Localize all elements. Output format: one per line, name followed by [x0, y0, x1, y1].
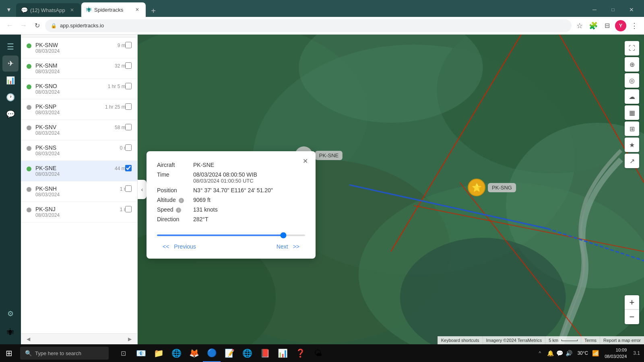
map-star-btn[interactable]: ★: [625, 138, 639, 152]
popup-prev-btn[interactable]: Previous: [171, 242, 198, 251]
footer-report[interactable]: Report a map error: [600, 336, 644, 344]
browser-menu-btn[interactable]: ⋮: [629, 20, 640, 31]
aircraft-item-pk-snw[interactable]: PK-SNW 08/03/2024 9 mins: [21, 38, 137, 58]
map-layers-btn[interactable]: ⊞: [625, 121, 639, 136]
altitude-info-icon[interactable]: i: [179, 198, 184, 203]
url-bar[interactable]: 🔒 app.spidertracks.io: [45, 19, 572, 32]
sidebar-toggle[interactable]: ‹: [138, 180, 147, 199]
map-fullscreen-btn[interactable]: ⛶: [625, 41, 639, 56]
popup-prev-arrows-btn[interactable]: <<: [161, 242, 171, 251]
panel-scroll-top[interactable]: [21, 35, 137, 38]
footer-keyboard-shortcuts[interactable]: Keyboard shortcuts: [438, 336, 483, 344]
map-location-btn[interactable]: ◎: [625, 73, 639, 88]
aircraft-item-pk-sns[interactable]: PK-SNS 08/03/2024 0 min: [21, 140, 137, 161]
sidebar-item-analytics[interactable]: 📊: [2, 72, 19, 88]
tray-volume-icon[interactable]: 🔊: [566, 350, 572, 356]
info-pk-snj: PK-SNJ 08/03/2024: [35, 206, 120, 218]
taskbar-app-word[interactable]: 📝: [221, 344, 238, 362]
whatsapp-tab-close[interactable]: ✕: [68, 6, 76, 14]
tray-clock[interactable]: 10:09 08/03/2024: [601, 347, 630, 360]
aircraft-item-pk-snh[interactable]: PK-SNH 08/03/2024 1 min: [21, 181, 137, 202]
tray-notification-icon[interactable]: 🔔: [547, 350, 554, 356]
checkbox-pk-sno[interactable]: [125, 83, 132, 89]
close-btn[interactable]: ✕: [622, 3, 641, 16]
new-tab-btn[interactable]: +: [147, 5, 159, 17]
checkbox-pk-snv[interactable]: [125, 124, 132, 130]
sidebar-item-history[interactable]: 🕐: [2, 89, 19, 105]
dot-pk-sno: [27, 84, 31, 89]
tray-chat-icon[interactable]: 💬: [556, 350, 563, 356]
taskbar-app-chrome2[interactable]: 🌐: [238, 344, 256, 362]
popup-next-arrows-btn[interactable]: >>: [291, 242, 301, 251]
maximize-btn[interactable]: □: [604, 3, 622, 16]
checkbox-pk-snm[interactable]: [125, 62, 132, 69]
popup-close-btn[interactable]: ✕: [300, 156, 310, 166]
checkbox-pk-snp[interactable]: [125, 103, 132, 110]
aircraft-item-pk-snm[interactable]: PK-SNM 08/03/2024 32 mins: [21, 58, 137, 79]
tab-spidertracks[interactable]: 🕷 Spidertracks ✕: [81, 2, 146, 17]
taskbar-app-files[interactable]: 📁: [150, 344, 167, 362]
checkbox-pk-sne[interactable]: [125, 165, 132, 171]
lock-icon: 🔒: [51, 23, 57, 29]
checkbox-pk-snw[interactable]: [125, 42, 132, 48]
speed-info-icon[interactable]: i: [176, 208, 181, 213]
taskbar-search-bar[interactable]: 🔍 Type here to search: [20, 347, 109, 360]
split-view-btn[interactable]: ⊟: [601, 20, 613, 31]
sidebar-item-logo[interactable]: 🕷: [2, 324, 19, 340]
extension-btn[interactable]: 🧩: [588, 20, 599, 31]
map-controls-right: ⛶ ⊕ ◎ ☁ ▦ ⊞ ★ ↗: [625, 41, 639, 168]
taskbar-app-chrome[interactable]: 🔵: [203, 344, 221, 362]
taskbar-app-excel[interactable]: 📊: [274, 344, 291, 362]
marker-pk-sng[interactable]: ⭐ PK-SNG: [468, 179, 516, 196]
reload-btn[interactable]: ↻: [31, 20, 43, 31]
tray-notification-count[interactable]: 3.1: [631, 350, 642, 356]
aircraft-item-pk-sno[interactable]: PK-SNO 08/03/2024 1 hr 5 mins: [21, 79, 137, 99]
zoom-out-btn[interactable]: −: [625, 310, 639, 324]
footer-terms[interactable]: Terms: [581, 336, 600, 344]
scroll-left-arrow[interactable]: ◀: [24, 335, 33, 343]
aircraft-item-pk-snp[interactable]: PK-SNP 08/03/2024 1 hr 25 mins: [21, 99, 137, 120]
map-compass-btn[interactable]: ⊕: [625, 57, 639, 72]
scroll-right-arrow[interactable]: ▶: [126, 335, 134, 343]
aircraft-item-pk-snj[interactable]: PK-SNJ 08/03/2024 1 min: [21, 202, 137, 222]
aircraft-item-pk-snv[interactable]: PK-SNV 08/03/2024 58 mins: [21, 120, 137, 140]
popup-next-btn[interactable]: Next: [274, 242, 291, 251]
taskbar-app-edge[interactable]: 🌐: [167, 344, 185, 362]
popup-navigation: << Previous Next >>: [157, 242, 305, 251]
tab-dropdown-btn[interactable]: ▼: [3, 2, 14, 17]
aircraft-item-pk-sne[interactable]: PK-SNE 08/03/2024 44 mins: [21, 161, 137, 181]
map-area: ‹ ✈ PK-SNE ⭐ PK-SNG ⛶ ⊕ ◎ ☁ ▦ ⊞ ★ ↗ + −: [138, 35, 644, 344]
zoom-in-btn[interactable]: +: [625, 295, 639, 310]
profile-avatar[interactable]: Y: [615, 20, 626, 31]
taskbar-app-help[interactable]: ❓: [291, 344, 309, 362]
tray-chevron[interactable]: ^: [536, 346, 544, 360]
taskbar-app-task-view[interactable]: ⊡: [114, 344, 132, 362]
checkbox-pk-snj[interactable]: [125, 206, 132, 212]
map-grid-btn[interactable]: ▦: [625, 105, 639, 120]
taskbar-app-acrobat[interactable]: 📕: [256, 344, 274, 362]
tray-temperature[interactable]: 30°C: [576, 350, 590, 356]
checkbox-pk-snh[interactable]: [125, 185, 132, 192]
sidebar-item-messages[interactable]: 💬: [2, 106, 19, 122]
taskbar-app-weather[interactable]: 🌤: [309, 344, 327, 362]
taskbar-app-outlook[interactable]: 📧: [132, 344, 150, 362]
checkbox-pk-sns[interactable]: [125, 144, 132, 151]
back-btn[interactable]: ←: [4, 20, 15, 31]
taskbar-start-btn[interactable]: ⊞: [0, 344, 18, 362]
tab-whatsapp[interactable]: 💬 (12) WhatsApp ✕: [16, 3, 80, 17]
map-route-btn[interactable]: ↗: [625, 154, 639, 168]
popup-row-position: Position N3° 37' 34.70" E116° 24' 51.20": [157, 185, 305, 195]
sidebar-item-settings[interactable]: ⚙: [2, 306, 19, 322]
window-controls: ─ □ ✕: [585, 2, 641, 17]
taskbar-app-firefox[interactable]: 🦊: [185, 344, 203, 362]
map-cloud-btn[interactable]: ☁: [625, 89, 639, 104]
tray-network-icon[interactable]: 📶: [590, 350, 601, 356]
sidebar-item-menu[interactable]: ☰: [2, 39, 19, 55]
bookmark-btn[interactable]: ☆: [574, 20, 585, 31]
sidebar-item-aircraft[interactable]: ✈: [2, 56, 19, 72]
name-pk-snw: PK-SNW: [35, 42, 118, 48]
forward-btn[interactable]: →: [18, 20, 29, 31]
minimize-btn[interactable]: ─: [585, 3, 604, 16]
spidertracks-tab-close[interactable]: ✕: [134, 6, 141, 13]
popup-slider[interactable]: [157, 234, 305, 236]
